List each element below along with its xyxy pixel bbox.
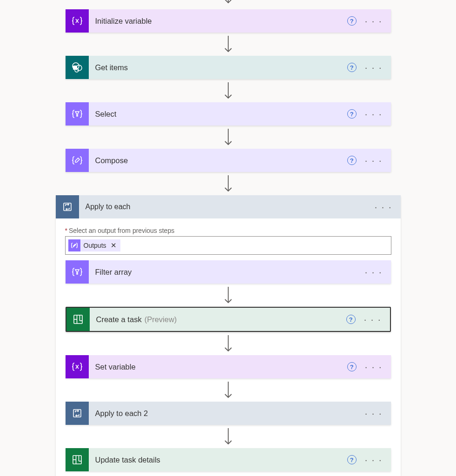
connector-arrow xyxy=(223,284,234,307)
loop-icon xyxy=(56,195,79,218)
help-icon[interactable]: ? xyxy=(347,63,357,72)
step-menu-button[interactable]: · · · xyxy=(365,267,383,277)
help-icon[interactable]: ? xyxy=(347,455,357,464)
connector-arrow xyxy=(223,425,234,448)
step-title: Filter array xyxy=(89,260,357,284)
dynamic-content-token[interactable]: Outputs ✕ xyxy=(68,239,120,251)
step-menu-button[interactable]: · · · xyxy=(375,202,392,212)
step-create-task[interactable]: Create a task(Preview)?· · · xyxy=(66,307,391,332)
token-remove-button[interactable]: ✕ xyxy=(111,241,117,250)
step-menu-button[interactable]: · · · xyxy=(365,409,383,418)
funnel-icon xyxy=(66,260,89,284)
brace-x-icon xyxy=(66,355,89,378)
step-compose[interactable]: Compose?· · · xyxy=(66,149,391,172)
step-select[interactable]: Select?· · · xyxy=(66,102,391,126)
connector-arrow xyxy=(223,126,234,149)
apply-to-each-container[interactable]: Apply to each · · · *Select an output fr… xyxy=(56,195,401,476)
funnel-icon xyxy=(66,102,89,126)
step-set-var[interactable]: Set variable?· · · xyxy=(66,355,391,378)
step-menu-button[interactable]: · · · xyxy=(365,63,383,72)
output-selector-input[interactable]: Outputs ✕ xyxy=(65,236,391,255)
help-icon[interactable]: ? xyxy=(347,156,357,165)
step-menu-button[interactable]: · · · xyxy=(365,455,383,464)
help-icon[interactable]: ? xyxy=(346,315,356,324)
flow-canvas: Initialize variable?· · ·Get items?· · ·… xyxy=(0,0,456,476)
step-title: Compose xyxy=(89,149,339,172)
step-title: Apply to each 2 xyxy=(89,402,357,425)
connector-arrow xyxy=(223,378,234,402)
connector-arrow xyxy=(223,332,234,355)
step-menu-button[interactable]: · · · xyxy=(365,156,383,165)
step-title: Create a task(Preview) xyxy=(90,308,338,331)
step-apply2[interactable]: Apply to each 2· · · xyxy=(66,402,391,425)
step-get-items[interactable]: Get items?· · · xyxy=(66,56,391,79)
token-label: Outputs xyxy=(84,242,106,249)
help-icon[interactable]: ? xyxy=(347,109,357,119)
planner-icon xyxy=(66,308,90,331)
connector-arrow xyxy=(223,79,234,102)
connector-arrow xyxy=(223,0,234,9)
brace-x-icon xyxy=(66,9,89,33)
step-filter[interactable]: Filter array· · · xyxy=(66,260,391,284)
step-title: Set variable xyxy=(89,355,339,378)
planner-icon xyxy=(66,448,89,471)
step-init-var[interactable]: Initialize variable?· · · xyxy=(66,9,391,33)
help-icon[interactable]: ? xyxy=(347,16,357,26)
step-title: Select xyxy=(89,102,339,126)
connector-arrow xyxy=(223,33,234,56)
step-update-task[interactable]: Update task details?· · · xyxy=(66,448,391,471)
loop-icon xyxy=(66,402,89,425)
step-title: Get items xyxy=(89,56,339,79)
step-title: Update task details xyxy=(89,448,339,471)
pencil-icon xyxy=(66,149,89,172)
step-title: Apply to each xyxy=(79,195,366,218)
parameter-block: *Select an output from previous steps Ou… xyxy=(65,227,391,255)
connector-arrow xyxy=(223,172,234,195)
parameter-label: *Select an output from previous steps xyxy=(65,227,391,234)
step-title: Initialize variable xyxy=(89,9,339,33)
step-menu-button[interactable]: · · · xyxy=(364,315,382,324)
sp-icon xyxy=(66,56,89,79)
step-menu-button[interactable]: · · · xyxy=(365,362,383,371)
apply-to-each-header[interactable]: Apply to each · · · xyxy=(56,195,401,218)
compose-icon xyxy=(68,239,80,251)
step-menu-button[interactable]: · · · xyxy=(365,16,383,26)
step-menu-button[interactable]: · · · xyxy=(365,109,383,119)
help-icon[interactable]: ? xyxy=(347,362,357,371)
